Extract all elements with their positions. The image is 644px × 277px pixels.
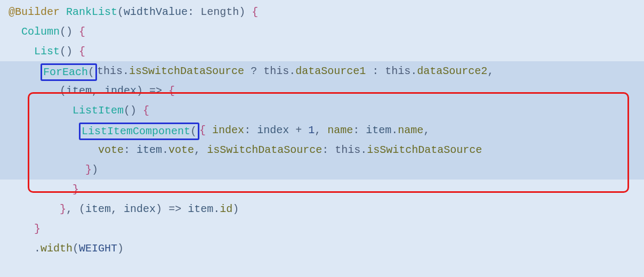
code-line-highlighted: vote: item.vote, isSwitchDataSource: thi… [0, 140, 644, 160]
key-token: name [327, 124, 353, 136]
this-token: this [385, 65, 410, 77]
param-token: item [66, 85, 92, 97]
function-token: Column [21, 26, 60, 38]
param-token: index [124, 203, 156, 215]
this-token: this [335, 144, 360, 156]
punct-token: ( [88, 66, 94, 78]
foreach-highlight-box: ForEach( [41, 63, 97, 81]
type-token: Length [200, 6, 239, 18]
punct-token: () [60, 45, 73, 58]
code-line: Column() { [0, 22, 644, 42]
punct-token: () [124, 104, 136, 117]
function-token: ListItemComponent [82, 125, 190, 137]
ident-token: item [136, 144, 162, 156]
brace-token: { [79, 26, 85, 38]
param-token: item [85, 203, 111, 215]
punct-token: () [60, 26, 73, 38]
punct-token: , [487, 65, 494, 77]
brace-token: } [60, 203, 66, 215]
punct-token: : [322, 144, 335, 156]
punct-token: ( [73, 242, 79, 255]
punct-token: ) [239, 6, 245, 18]
punct-token: ( [190, 125, 197, 137]
code-line-highlighted: ListItemComponent({ index: index + 1, na… [0, 120, 644, 140]
code-line: } [0, 180, 644, 199]
property-token: isSwitchDataSource [129, 65, 244, 77]
punct-token: , [194, 144, 207, 156]
this-token: this [97, 65, 123, 77]
brace-token: } [85, 164, 92, 176]
punct-token: , [423, 124, 430, 136]
code-line-highlighted: (item, index) => { [0, 81, 644, 101]
const-token: WEIGHT [79, 242, 117, 255]
property-token: dataSource2 [417, 65, 487, 77]
function-token: ListItem [73, 104, 124, 117]
punct-token: ) [136, 85, 143, 97]
punct-token: : [353, 124, 366, 136]
punct-token: . [391, 124, 398, 136]
param-token: index [104, 85, 136, 97]
listitemcomponent-highlight-box: ListItemComponent( [79, 123, 199, 140]
punct-token: ) [232, 203, 239, 215]
punct-token: , [315, 124, 327, 136]
brace-token: { [252, 6, 258, 18]
punct-token: , [111, 203, 124, 215]
punct-token: : [124, 144, 136, 156]
code-line: .width(WEIGHT) [0, 239, 644, 258]
punct-token: . [162, 144, 168, 156]
punct-token: . [213, 203, 220, 215]
punct-token: ) [156, 203, 162, 215]
brace-token: { [199, 124, 206, 136]
punct-token: ( [60, 85, 66, 97]
punct-token: + [289, 124, 308, 136]
code-line-highlighted: ForEach(this.isSwitchDataSource ? this.d… [0, 61, 644, 81]
ident-token: item [188, 203, 213, 215]
property-token: id [220, 203, 232, 215]
punct-token: , [66, 203, 79, 215]
punct-token: : [244, 124, 257, 136]
punct-token: . [360, 144, 367, 156]
punct-token: ( [79, 203, 85, 215]
punct-token: ? [244, 65, 263, 77]
property-token: name [398, 124, 423, 136]
punct-token: , [92, 85, 104, 97]
code-line: @Builder RankList(widthValue: Length) { [0, 2, 644, 22]
brace-token: { [168, 85, 175, 97]
param-token: widthValue [124, 6, 188, 18]
ident-token: item [366, 124, 391, 136]
property-token: isSwitchDataSource [367, 144, 482, 156]
method-token: width [41, 242, 73, 255]
code-line: }, (item, index) => item.id) [0, 199, 644, 219]
code-line: List() { [0, 42, 644, 61]
brace-token: { [143, 104, 149, 117]
function-token: List [34, 45, 60, 58]
punct-token: => [143, 85, 168, 97]
brace-token: { [79, 45, 85, 58]
punct-token: . [410, 65, 417, 77]
property-token: dataSource1 [295, 65, 366, 77]
code-line-highlighted: }) [0, 160, 644, 180]
code-line: } [0, 219, 644, 239]
punct-token: . [123, 65, 129, 77]
code-line-highlighted: ListItem() { [0, 101, 644, 120]
punct-token: => [162, 203, 188, 215]
function-token: ForEach [43, 66, 88, 78]
annotation-token: @Builder [9, 6, 60, 18]
key-token: vote [98, 144, 124, 156]
brace-token: } [34, 223, 41, 235]
key-token: isSwitchDataSource [207, 144, 322, 156]
function-token: RankList [66, 6, 117, 18]
key-token: index [206, 124, 244, 136]
this-token: this [263, 65, 289, 77]
punct-token: ) [117, 242, 124, 255]
number-token: 1 [308, 124, 315, 136]
punct-token: ( [117, 6, 124, 18]
punct-token: . [34, 242, 41, 255]
ident-token: index [257, 124, 289, 136]
punct-token: ) [92, 164, 98, 176]
punct-token: : [188, 6, 194, 18]
property-token: vote [168, 144, 194, 156]
punct-token: . [289, 65, 295, 77]
punct-token: : [366, 65, 385, 77]
brace-token: } [73, 183, 79, 195]
